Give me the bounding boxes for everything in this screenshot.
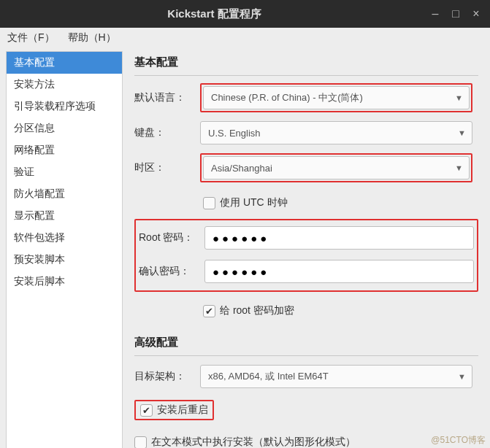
- textmode-checkbox-row[interactable]: 在文本模式中执行安装（默认为图形化模式）: [134, 436, 356, 448]
- lang-select[interactable]: Chinese (P.R. of China) - 中文(简体) ▼: [203, 86, 470, 109]
- section-advanced-title: 高级配置: [134, 336, 478, 349]
- lang-value: Chinese (P.R. of China) - 中文(简体): [211, 91, 363, 104]
- sidebar-item-postinstall[interactable]: 安装后脚本: [7, 271, 122, 293]
- arch-label: 目标架构：: [134, 370, 200, 383]
- reboot-checkbox-row[interactable]: 安装后重启: [140, 403, 208, 417]
- sidebar-item-network[interactable]: 网络配置: [7, 139, 122, 161]
- arch-select[interactable]: x86, AMD64, 或 Intel EM64T ▼: [200, 365, 472, 388]
- chevron-down-icon: ▼: [455, 93, 463, 102]
- root-label: Root 密码：: [139, 231, 204, 244]
- reboot-checkbox[interactable]: [140, 404, 153, 417]
- sidebar-item-preinstall[interactable]: 预安装脚本: [7, 249, 122, 271]
- tz-value: Asia/Shanghai: [211, 163, 272, 174]
- reboot-label: 安装后重启: [157, 403, 208, 417]
- confirm-label: 确认密码：: [139, 265, 204, 278]
- keyboard-select[interactable]: U.S. English ▼: [200, 121, 472, 144]
- tz-label: 时区：: [134, 161, 200, 174]
- confirm-value: ●●●●●●: [213, 266, 269, 278]
- tz-select[interactable]: Asia/Shanghai ▼: [203, 156, 470, 179]
- utc-checkbox-row[interactable]: 使用 UTC 时钟: [200, 196, 288, 209]
- textmode-checkbox[interactable]: [134, 436, 147, 449]
- menu-help[interactable]: 帮助（H）: [68, 31, 116, 45]
- encrypt-checkbox-row[interactable]: 给 root 密码加密: [200, 304, 294, 317]
- confirm-password-input[interactable]: ●●●●●●: [204, 260, 474, 283]
- sidebar-item-packages[interactable]: 软件包选择: [7, 227, 122, 249]
- menubar: 文件（F） 帮助（H）: [0, 28, 490, 48]
- textmode-label: 在文本模式中执行安装（默认为图形化模式）: [151, 436, 356, 448]
- utc-checkbox[interactable]: [203, 197, 215, 209]
- sidebar-item-display[interactable]: 显示配置: [7, 205, 122, 227]
- chevron-down-icon: ▼: [458, 128, 466, 137]
- sidebar: 基本配置 安装方法 引导装载程序选项 分区信息 网络配置 验证 防火墙配置 显示…: [6, 51, 123, 448]
- section-basic-title: 基本配置: [134, 55, 478, 69]
- window-title: Kickstart 配置程序: [6, 7, 423, 21]
- sidebar-item-basic[interactable]: 基本配置: [7, 52, 122, 74]
- keyboard-value: U.S. English: [208, 128, 261, 139]
- sidebar-item-install[interactable]: 安装方法: [7, 74, 122, 96]
- keyboard-label: 键盘：: [134, 126, 200, 139]
- arch-value: x86, AMD64, 或 Intel EM64T: [208, 370, 329, 383]
- root-value: ●●●●●●: [213, 232, 269, 244]
- root-password-input[interactable]: ●●●●●●: [204, 226, 474, 250]
- sidebar-item-partition[interactable]: 分区信息: [7, 117, 122, 139]
- utc-label: 使用 UTC 时钟: [220, 196, 288, 209]
- encrypt-checkbox[interactable]: [203, 305, 215, 317]
- sidebar-item-auth[interactable]: 验证: [7, 161, 122, 183]
- watermark: @51CTO博客: [431, 434, 486, 447]
- minimize-button[interactable]: –: [427, 6, 443, 22]
- titlebar: Kickstart 配置程序 – □ ×: [0, 0, 490, 28]
- lang-label: 默认语言：: [134, 91, 200, 104]
- sidebar-item-bootloader[interactable]: 引导装载程序选项: [7, 96, 122, 117]
- chevron-down-icon: ▼: [455, 163, 463, 172]
- main-panel: 基本配置 默认语言： Chinese (P.R. of China) - 中文(…: [123, 51, 484, 448]
- encrypt-label: 给 root 密码加密: [220, 304, 294, 317]
- close-button[interactable]: ×: [468, 6, 484, 22]
- menu-file[interactable]: 文件（F）: [7, 31, 55, 45]
- chevron-down-icon: ▼: [458, 372, 466, 381]
- maximize-button[interactable]: □: [448, 6, 464, 22]
- sidebar-item-firewall[interactable]: 防火墙配置: [7, 183, 122, 205]
